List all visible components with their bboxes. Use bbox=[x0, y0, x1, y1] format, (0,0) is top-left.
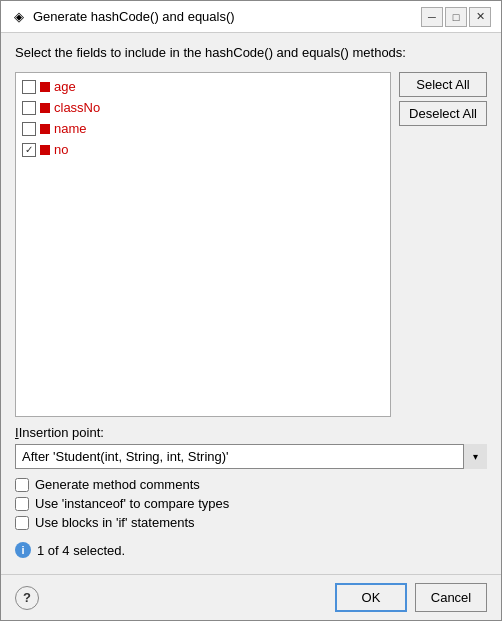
option-item: Use blocks in 'if' statements bbox=[15, 515, 487, 530]
insertion-dropdown-container: After 'Student(int, String, int, String)… bbox=[15, 444, 487, 469]
list-item: classNo bbox=[20, 98, 386, 117]
field-type-icon bbox=[40, 145, 50, 155]
ok-button[interactable]: OK bbox=[335, 583, 407, 612]
cancel-button[interactable]: Cancel bbox=[415, 583, 487, 612]
option-label: Use 'instanceof' to compare types bbox=[35, 496, 229, 511]
option-item: Use 'instanceof' to compare types bbox=[15, 496, 487, 511]
insertion-section: IInsertion point: After 'Student(int, St… bbox=[15, 425, 487, 469]
title-bar-buttons: ─ □ ✕ bbox=[421, 7, 491, 27]
status-section: i 1 of 4 selected. bbox=[15, 538, 487, 562]
insertion-label: IInsertion point: bbox=[15, 425, 487, 440]
dialog-title: Generate hashCode() and equals() bbox=[33, 9, 235, 24]
field-checkbox-no[interactable] bbox=[22, 143, 36, 157]
fields-list: ageclassNonameno bbox=[15, 72, 391, 417]
select-all-button[interactable]: Select All bbox=[399, 72, 487, 97]
options-section: Generate method commentsUse 'instanceof'… bbox=[15, 477, 487, 530]
option-label: Generate method comments bbox=[35, 477, 200, 492]
deselect-all-button[interactable]: Deselect All bbox=[399, 101, 487, 126]
list-item: age bbox=[20, 77, 386, 96]
field-label: name bbox=[54, 121, 87, 136]
field-type-icon bbox=[40, 103, 50, 113]
option-checkbox-useBlocks[interactable] bbox=[15, 516, 29, 530]
status-text: 1 of 4 selected. bbox=[37, 543, 125, 558]
close-button[interactable]: ✕ bbox=[469, 7, 491, 27]
title-bar: ◈ Generate hashCode() and equals() ─ □ ✕ bbox=[1, 1, 501, 33]
side-buttons: Select All Deselect All bbox=[399, 72, 487, 417]
field-checkbox-name[interactable] bbox=[22, 122, 36, 136]
minimize-button[interactable]: ─ bbox=[421, 7, 443, 27]
field-label: age bbox=[54, 79, 76, 94]
svg-rect-1 bbox=[42, 105, 48, 111]
help-button[interactable]: ? bbox=[15, 586, 39, 610]
field-label: classNo bbox=[54, 100, 100, 115]
dialog-icon: ◈ bbox=[11, 9, 27, 25]
list-item: name bbox=[20, 119, 386, 138]
info-icon: i bbox=[15, 542, 31, 558]
dialog-bottom: ? OK Cancel bbox=[1, 574, 501, 620]
description-text: Select the fields to include in the hash… bbox=[15, 45, 487, 60]
maximize-button[interactable]: □ bbox=[445, 7, 467, 27]
svg-rect-3 bbox=[42, 147, 48, 153]
field-label: no bbox=[54, 142, 68, 157]
svg-rect-0 bbox=[42, 84, 48, 90]
field-type-icon bbox=[40, 124, 50, 134]
svg-rect-2 bbox=[42, 126, 48, 132]
option-label: Use blocks in 'if' statements bbox=[35, 515, 195, 530]
option-item: Generate method comments bbox=[15, 477, 487, 492]
option-checkbox-useInstanceof[interactable] bbox=[15, 497, 29, 511]
list-item: no bbox=[20, 140, 386, 159]
fields-area: ageclassNonameno Select All Deselect All bbox=[15, 72, 487, 417]
title-bar-left: ◈ Generate hashCode() and equals() bbox=[11, 9, 235, 25]
dialog-content: Select the fields to include in the hash… bbox=[1, 33, 501, 574]
field-checkbox-age[interactable] bbox=[22, 80, 36, 94]
field-checkbox-classNo[interactable] bbox=[22, 101, 36, 115]
field-type-icon bbox=[40, 82, 50, 92]
option-checkbox-generateComments[interactable] bbox=[15, 478, 29, 492]
bottom-buttons: OK Cancel bbox=[335, 583, 487, 612]
dialog: ◈ Generate hashCode() and equals() ─ □ ✕… bbox=[0, 0, 502, 621]
insertion-dropdown[interactable]: After 'Student(int, String, int, String)… bbox=[15, 444, 487, 469]
